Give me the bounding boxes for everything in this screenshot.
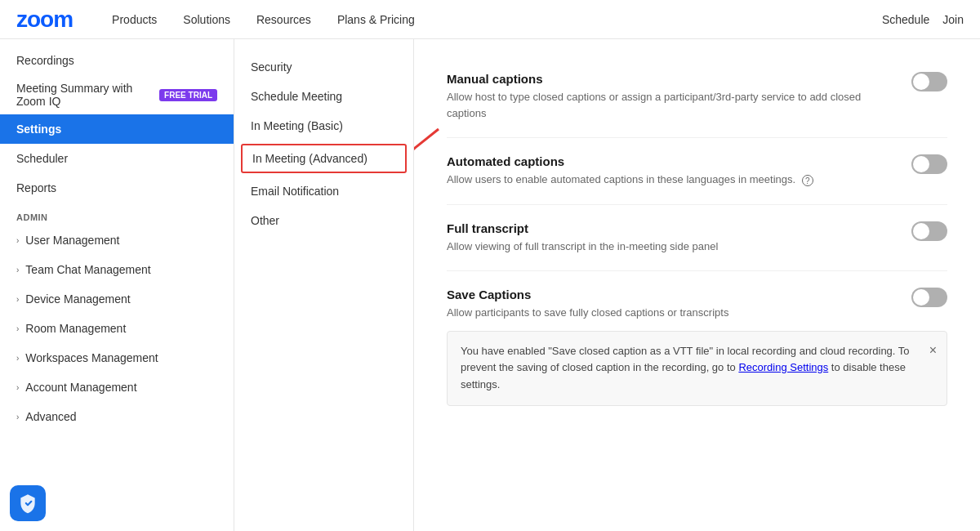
- manual-captions-desc: Allow host to type closed captions or as…: [447, 89, 885, 121]
- sidebar-item-recordings[interactable]: Recordings: [0, 46, 234, 75]
- device-management-label: Device Management: [25, 292, 130, 306]
- account-management-label: Account Management: [25, 381, 136, 394]
- reports-label: Reports: [16, 181, 56, 194]
- chevron-icon: ›: [16, 266, 19, 274]
- sidebar-item-reports[interactable]: Reports: [0, 173, 234, 203]
- main-layout: Recordings Meeting Summary with Zoom IQ …: [0, 39, 980, 531]
- save-captions-info: Save Captions Allow participants to save…: [447, 288, 911, 321]
- toggle-knob: [913, 156, 929, 172]
- chevron-icon: ›: [16, 324, 19, 333]
- automated-captions-desc: Allow users to enable automated captions…: [447, 172, 885, 188]
- middle-item-email-notification[interactable]: Email Notification: [234, 176, 413, 206]
- content-area: Manual captions Allow host to type close…: [414, 39, 980, 531]
- chevron-icon: ›: [16, 295, 19, 304]
- middle-item-security[interactable]: Security: [234, 52, 413, 82]
- info-icon[interactable]: ?: [802, 175, 813, 186]
- user-management-label: User Management: [25, 234, 119, 247]
- settings-label: Settings: [16, 123, 61, 136]
- sidebar-item-device-management[interactable]: › Device Management: [0, 284, 234, 314]
- nav-solutions[interactable]: Solutions: [183, 13, 230, 26]
- automated-captions-row: Automated captions Allow users to enable…: [447, 138, 947, 205]
- middle-item-in-meeting-basic[interactable]: In Meeting (Basic): [234, 111, 413, 141]
- middle-item-other[interactable]: Other: [234, 206, 413, 235]
- chevron-icon: ›: [16, 383, 19, 392]
- sidebar-item-settings[interactable]: Settings: [0, 114, 234, 144]
- toggle-knob: [913, 223, 929, 239]
- recordings-label: Recordings: [16, 54, 74, 67]
- toggle-knob: [913, 74, 929, 90]
- chevron-icon: ›: [16, 413, 19, 422]
- save-captions-desc: Allow participants to save fully closed …: [447, 305, 885, 321]
- recording-settings-link[interactable]: Recording Settings: [738, 361, 828, 373]
- team-chat-label: Team Chat Management: [25, 263, 150, 276]
- nav-products[interactable]: Products: [112, 13, 157, 26]
- nav-plans-pricing[interactable]: Plans & Pricing: [337, 13, 415, 26]
- shield-badge[interactable]: [10, 485, 46, 521]
- advanced-label: Advanced: [25, 410, 76, 423]
- save-captions-toggle[interactable]: [911, 288, 947, 307]
- full-transcript-toggle[interactable]: [911, 221, 947, 241]
- join-button[interactable]: Join: [942, 13, 964, 26]
- admin-section-label: ADMIN: [0, 203, 234, 225]
- shield-icon: [17, 493, 38, 514]
- sidebar-item-advanced[interactable]: › Advanced: [0, 402, 234, 431]
- scheduler-label: Scheduler: [16, 152, 68, 165]
- middle-item-schedule-meeting[interactable]: Schedule Meeting: [234, 82, 413, 111]
- left-sidebar: Recordings Meeting Summary with Zoom IQ …: [0, 39, 234, 531]
- sidebar-item-team-chat-management[interactable]: › Team Chat Management: [0, 255, 234, 284]
- sidebar-item-room-management[interactable]: › Room Management: [0, 314, 234, 343]
- save-captions-title: Save Captions: [447, 288, 885, 301]
- automated-captions-info: Automated captions Allow users to enable…: [447, 154, 911, 188]
- full-transcript-desc: Allow viewing of full transcript in the …: [447, 239, 885, 255]
- zoom-logo: zoom: [16, 7, 73, 33]
- meeting-summary-label: Meeting Summary with Zoom IQ: [16, 82, 153, 108]
- full-transcript-title: Full transcript: [447, 221, 885, 235]
- toggle-knob: [913, 289, 929, 306]
- automated-captions-title: Automated captions: [447, 154, 885, 168]
- middle-item-in-meeting-advanced[interactable]: In Meeting (Advanced): [241, 144, 407, 173]
- workspaces-management-label: Workspaces Management: [25, 351, 158, 364]
- svg-line-1: [414, 129, 439, 194]
- sidebar-item-user-management[interactable]: › User Management: [0, 225, 234, 255]
- automated-captions-desc-text: Allow users to enable automated captions…: [447, 173, 795, 185]
- manual-captions-info: Manual captions Allow host to type close…: [447, 72, 911, 121]
- manual-captions-toggle[interactable]: [911, 72, 947, 91]
- sidebar-item-scheduler[interactable]: Scheduler: [0, 144, 234, 173]
- save-captions-info-box: You have enabled "Save closed caption as…: [447, 331, 947, 406]
- sidebar-item-workspaces-management[interactable]: › Workspaces Management: [0, 343, 234, 373]
- schedule-button[interactable]: Schedule: [882, 13, 929, 26]
- middle-panel: Security Schedule Meeting In Meeting (Ba…: [234, 39, 414, 531]
- chevron-icon: ›: [16, 236, 19, 245]
- sidebar-item-account-management[interactable]: › Account Management: [0, 373, 234, 402]
- sidebar-item-meeting-summary[interactable]: Meeting Summary with Zoom IQ FREE TRIAL: [0, 75, 234, 114]
- nav-right-section: Schedule Join: [882, 13, 964, 26]
- full-transcript-row: Full transcript Allow viewing of full tr…: [447, 205, 947, 272]
- top-navigation: zoom Products Solutions Resources Plans …: [0, 0, 980, 39]
- manual-captions-title: Manual captions: [447, 72, 885, 86]
- manual-captions-row: Manual captions Allow host to type close…: [447, 56, 947, 138]
- automated-captions-toggle[interactable]: [911, 154, 947, 174]
- free-trial-badge: FREE TRIAL: [159, 89, 217, 101]
- full-transcript-info: Full transcript Allow viewing of full tr…: [447, 221, 911, 255]
- nav-resources[interactable]: Resources: [256, 13, 311, 26]
- info-box-close-button[interactable]: ×: [929, 340, 937, 361]
- chevron-icon: ›: [16, 354, 19, 363]
- room-management-label: Room Management: [25, 322, 126, 335]
- save-captions-row: Save Captions Allow participants to save…: [447, 271, 947, 422]
